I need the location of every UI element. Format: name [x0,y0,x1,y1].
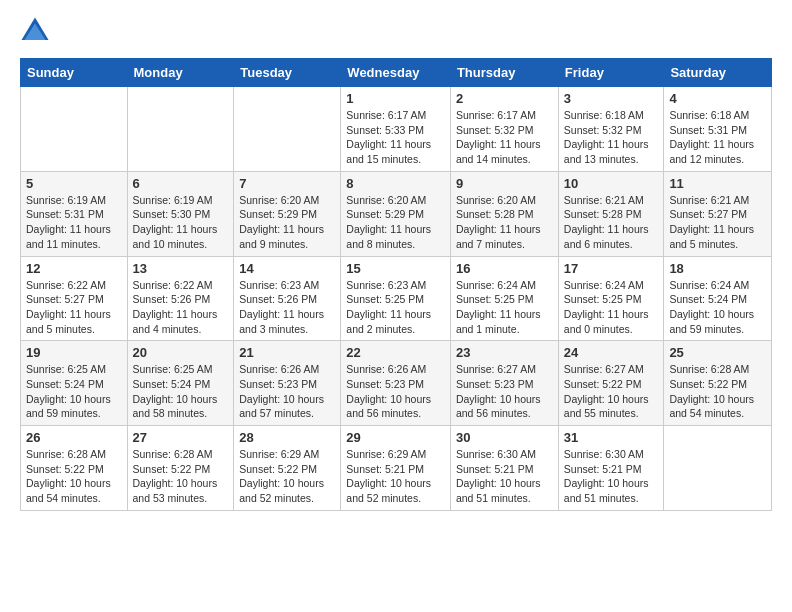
day-info: Sunrise: 6:22 AM Sunset: 5:26 PM Dayligh… [133,278,229,337]
header-day-tuesday: Tuesday [234,59,341,87]
day-cell: 23Sunrise: 6:27 AM Sunset: 5:23 PM Dayli… [450,341,558,426]
day-info: Sunrise: 6:22 AM Sunset: 5:27 PM Dayligh… [26,278,122,337]
day-number: 27 [133,430,229,445]
day-number: 22 [346,345,445,360]
day-info: Sunrise: 6:29 AM Sunset: 5:21 PM Dayligh… [346,447,445,506]
day-info: Sunrise: 6:23 AM Sunset: 5:26 PM Dayligh… [239,278,335,337]
header-day-monday: Monday [127,59,234,87]
day-number: 14 [239,261,335,276]
day-number: 16 [456,261,553,276]
header-day-thursday: Thursday [450,59,558,87]
day-cell: 26Sunrise: 6:28 AM Sunset: 5:22 PM Dayli… [21,426,128,511]
day-info: Sunrise: 6:26 AM Sunset: 5:23 PM Dayligh… [346,362,445,421]
week-row-4: 19Sunrise: 6:25 AM Sunset: 5:24 PM Dayli… [21,341,772,426]
day-cell: 10Sunrise: 6:21 AM Sunset: 5:28 PM Dayli… [558,171,664,256]
day-number: 29 [346,430,445,445]
day-cell: 1Sunrise: 6:17 AM Sunset: 5:33 PM Daylig… [341,87,451,172]
day-info: Sunrise: 6:30 AM Sunset: 5:21 PM Dayligh… [456,447,553,506]
day-info: Sunrise: 6:18 AM Sunset: 5:32 PM Dayligh… [564,108,659,167]
day-cell: 30Sunrise: 6:30 AM Sunset: 5:21 PM Dayli… [450,426,558,511]
day-cell: 6Sunrise: 6:19 AM Sunset: 5:30 PM Daylig… [127,171,234,256]
day-cell: 7Sunrise: 6:20 AM Sunset: 5:29 PM Daylig… [234,171,341,256]
day-cell: 17Sunrise: 6:24 AM Sunset: 5:25 PM Dayli… [558,256,664,341]
day-cell: 9Sunrise: 6:20 AM Sunset: 5:28 PM Daylig… [450,171,558,256]
day-number: 7 [239,176,335,191]
day-number: 21 [239,345,335,360]
day-cell: 24Sunrise: 6:27 AM Sunset: 5:22 PM Dayli… [558,341,664,426]
header-row: SundayMondayTuesdayWednesdayThursdayFrid… [21,59,772,87]
day-info: Sunrise: 6:21 AM Sunset: 5:27 PM Dayligh… [669,193,766,252]
day-info: Sunrise: 6:19 AM Sunset: 5:31 PM Dayligh… [26,193,122,252]
day-cell: 12Sunrise: 6:22 AM Sunset: 5:27 PM Dayli… [21,256,128,341]
day-info: Sunrise: 6:27 AM Sunset: 5:22 PM Dayligh… [564,362,659,421]
day-cell: 8Sunrise: 6:20 AM Sunset: 5:29 PM Daylig… [341,171,451,256]
day-cell: 21Sunrise: 6:26 AM Sunset: 5:23 PM Dayli… [234,341,341,426]
day-number: 8 [346,176,445,191]
day-number: 2 [456,91,553,106]
day-info: Sunrise: 6:21 AM Sunset: 5:28 PM Dayligh… [564,193,659,252]
week-row-3: 12Sunrise: 6:22 AM Sunset: 5:27 PM Dayli… [21,256,772,341]
day-info: Sunrise: 6:26 AM Sunset: 5:23 PM Dayligh… [239,362,335,421]
week-row-5: 26Sunrise: 6:28 AM Sunset: 5:22 PM Dayli… [21,426,772,511]
day-info: Sunrise: 6:24 AM Sunset: 5:25 PM Dayligh… [456,278,553,337]
day-info: Sunrise: 6:20 AM Sunset: 5:28 PM Dayligh… [456,193,553,252]
day-cell: 31Sunrise: 6:30 AM Sunset: 5:21 PM Dayli… [558,426,664,511]
day-info: Sunrise: 6:24 AM Sunset: 5:24 PM Dayligh… [669,278,766,337]
day-info: Sunrise: 6:20 AM Sunset: 5:29 PM Dayligh… [346,193,445,252]
week-row-1: 1Sunrise: 6:17 AM Sunset: 5:33 PM Daylig… [21,87,772,172]
day-cell: 11Sunrise: 6:21 AM Sunset: 5:27 PM Dayli… [664,171,772,256]
day-number: 26 [26,430,122,445]
week-row-2: 5Sunrise: 6:19 AM Sunset: 5:31 PM Daylig… [21,171,772,256]
logo [20,16,54,46]
day-cell: 27Sunrise: 6:28 AM Sunset: 5:22 PM Dayli… [127,426,234,511]
logo-icon [20,16,50,46]
day-number: 12 [26,261,122,276]
day-number: 20 [133,345,229,360]
day-info: Sunrise: 6:23 AM Sunset: 5:25 PM Dayligh… [346,278,445,337]
day-number: 17 [564,261,659,276]
day-number: 6 [133,176,229,191]
day-info: Sunrise: 6:28 AM Sunset: 5:22 PM Dayligh… [133,447,229,506]
header [20,16,772,46]
day-info: Sunrise: 6:27 AM Sunset: 5:23 PM Dayligh… [456,362,553,421]
day-number: 15 [346,261,445,276]
day-cell: 2Sunrise: 6:17 AM Sunset: 5:32 PM Daylig… [450,87,558,172]
day-cell: 19Sunrise: 6:25 AM Sunset: 5:24 PM Dayli… [21,341,128,426]
day-cell: 18Sunrise: 6:24 AM Sunset: 5:24 PM Dayli… [664,256,772,341]
day-info: Sunrise: 6:28 AM Sunset: 5:22 PM Dayligh… [26,447,122,506]
day-number: 23 [456,345,553,360]
day-number: 28 [239,430,335,445]
day-info: Sunrise: 6:29 AM Sunset: 5:22 PM Dayligh… [239,447,335,506]
calendar-table: SundayMondayTuesdayWednesdayThursdayFrid… [20,58,772,511]
day-info: Sunrise: 6:19 AM Sunset: 5:30 PM Dayligh… [133,193,229,252]
day-info: Sunrise: 6:30 AM Sunset: 5:21 PM Dayligh… [564,447,659,506]
header-day-friday: Friday [558,59,664,87]
header-day-saturday: Saturday [664,59,772,87]
day-info: Sunrise: 6:17 AM Sunset: 5:33 PM Dayligh… [346,108,445,167]
header-day-wednesday: Wednesday [341,59,451,87]
day-cell: 22Sunrise: 6:26 AM Sunset: 5:23 PM Dayli… [341,341,451,426]
day-info: Sunrise: 6:17 AM Sunset: 5:32 PM Dayligh… [456,108,553,167]
day-number: 3 [564,91,659,106]
day-number: 30 [456,430,553,445]
day-number: 10 [564,176,659,191]
day-number: 18 [669,261,766,276]
day-cell [21,87,128,172]
day-number: 5 [26,176,122,191]
day-number: 19 [26,345,122,360]
day-info: Sunrise: 6:24 AM Sunset: 5:25 PM Dayligh… [564,278,659,337]
day-cell: 25Sunrise: 6:28 AM Sunset: 5:22 PM Dayli… [664,341,772,426]
day-cell [127,87,234,172]
day-cell: 4Sunrise: 6:18 AM Sunset: 5:31 PM Daylig… [664,87,772,172]
day-number: 31 [564,430,659,445]
day-info: Sunrise: 6:25 AM Sunset: 5:24 PM Dayligh… [133,362,229,421]
day-cell [234,87,341,172]
day-number: 13 [133,261,229,276]
day-cell [664,426,772,511]
header-day-sunday: Sunday [21,59,128,87]
day-number: 11 [669,176,766,191]
day-info: Sunrise: 6:25 AM Sunset: 5:24 PM Dayligh… [26,362,122,421]
day-cell: 15Sunrise: 6:23 AM Sunset: 5:25 PM Dayli… [341,256,451,341]
day-number: 4 [669,91,766,106]
day-cell: 28Sunrise: 6:29 AM Sunset: 5:22 PM Dayli… [234,426,341,511]
